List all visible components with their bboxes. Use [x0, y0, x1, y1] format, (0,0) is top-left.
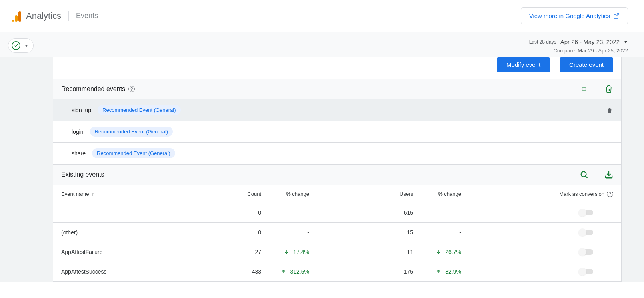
- view-more-button[interactable]: View more in Google Analytics: [521, 7, 628, 24]
- trash-icon[interactable]: [606, 107, 613, 114]
- col-count-change[interactable]: % change: [261, 191, 309, 197]
- cell-count-change: 312.5%: [261, 268, 309, 275]
- col-users-change[interactable]: % change: [413, 191, 461, 197]
- recommended-event-badge: Recommended Event (General): [92, 148, 175, 158]
- cell-event-name: AppAttestFailure: [61, 249, 213, 255]
- cell-mark: [461, 210, 613, 215]
- actions-bar: Modify event Create event: [53, 57, 622, 79]
- col-mark: Mark as conversion ?: [461, 191, 613, 197]
- arrow-down-icon: [436, 249, 441, 255]
- cell-count: 433: [213, 268, 261, 275]
- cell-users-change: 82.9%: [413, 268, 461, 275]
- top-header: Analytics Events View more in Google Ana…: [0, 0, 644, 32]
- recommended-row[interactable]: loginRecommended Event (General): [53, 121, 622, 143]
- status-filter-chip[interactable]: ▼: [8, 38, 34, 53]
- cell-users: 11: [309, 249, 413, 255]
- brand-title: Analytics: [26, 11, 61, 21]
- existing-title: Existing events: [61, 171, 104, 178]
- cell-event-name: AppAttestSuccess: [61, 268, 213, 275]
- recommended-section-header: Recommended events ?: [53, 79, 622, 99]
- recommended-event-badge: Recommended Event (General): [90, 127, 173, 137]
- recommended-event-name: share: [72, 150, 86, 157]
- cell-count: 0: [213, 209, 261, 216]
- help-icon[interactable]: ?: [128, 86, 135, 92]
- recommended-event-name: login: [72, 129, 84, 135]
- brand-block: Analytics Events: [12, 10, 98, 22]
- cell-users-change: -: [413, 229, 461, 236]
- svg-line-0: [616, 14, 619, 16]
- table-row[interactable]: (other)0-15-: [53, 223, 622, 242]
- arrow-up-icon: [281, 269, 286, 274]
- help-icon[interactable]: ?: [607, 191, 613, 197]
- cell-users-change: -: [413, 209, 461, 216]
- table-header: Event name ↑ Count % change Users % chan…: [53, 185, 622, 203]
- cell-count: 27: [213, 249, 261, 255]
- cell-count-change: -: [261, 229, 309, 236]
- recommended-event-badge: Recommended Event (General): [98, 105, 181, 115]
- cell-mark: [461, 249, 613, 255]
- cell-users: 175: [309, 268, 413, 275]
- col-event-name[interactable]: Event name ↑: [61, 191, 213, 197]
- view-more-label: View more in Google Analytics: [529, 12, 610, 19]
- svg-line-2: [586, 176, 587, 178]
- download-icon[interactable]: [604, 170, 613, 179]
- table-row[interactable]: 0-615-: [53, 203, 622, 223]
- conversion-toggle[interactable]: [579, 269, 593, 274]
- table-row[interactable]: AppAttestSuccess433312.5%17582.9%: [53, 262, 622, 282]
- cell-mark: [461, 230, 613, 235]
- col-users[interactable]: Users: [309, 191, 413, 197]
- sub-header: ▼ Last 28 days Apr 26 - May 23, 2022 ▼ C…: [0, 32, 644, 57]
- recommended-row[interactable]: shareRecommended Event (General): [53, 143, 622, 164]
- cell-users: 15: [309, 229, 413, 236]
- search-icon[interactable]: [580, 170, 588, 179]
- delete-all-icon[interactable]: [604, 85, 613, 93]
- check-circle-icon: [12, 41, 20, 50]
- chevron-down-icon: ▼: [624, 40, 628, 44]
- cell-users: 615: [309, 209, 413, 216]
- cell-event-name: (other): [61, 229, 213, 236]
- existing-section-header: Existing events: [53, 164, 622, 185]
- external-link-icon: [613, 13, 620, 19]
- date-prefix: Last 28 days: [529, 39, 556, 45]
- conversion-toggle[interactable]: [579, 249, 593, 255]
- analytics-logo-icon: [12, 10, 21, 22]
- divider: [68, 11, 69, 21]
- recommended-title: Recommended events: [61, 85, 125, 93]
- date-range: Apr 26 - May 23, 2022: [560, 38, 620, 45]
- cell-count: 0: [213, 229, 261, 236]
- sort-asc-icon: ↑: [91, 191, 94, 197]
- date-range-block[interactable]: Last 28 days Apr 26 - May 23, 2022 ▼ Com…: [529, 38, 628, 54]
- arrow-up-icon: [436, 269, 441, 274]
- col-count[interactable]: Count: [213, 191, 261, 197]
- conversion-toggle[interactable]: [579, 230, 593, 235]
- expand-collapse-icon[interactable]: [580, 85, 588, 93]
- svg-point-1: [581, 172, 586, 177]
- date-compare: Compare: Mar 29 - Apr 25, 2022: [529, 48, 628, 54]
- cell-count-change: -: [261, 209, 309, 216]
- conversion-toggle[interactable]: [579, 210, 593, 215]
- modify-event-button[interactable]: Modify event: [497, 57, 550, 72]
- cell-users-change: 26.7%: [413, 249, 461, 255]
- page-name: Events: [76, 12, 98, 20]
- arrow-down-icon: [284, 249, 289, 255]
- table-row[interactable]: AppAttestFailure2717.4%1126.7%: [53, 242, 622, 262]
- cell-count-change: 17.4%: [261, 249, 309, 255]
- recommended-event-name: sign_up: [72, 107, 91, 113]
- recommended-row[interactable]: sign_upRecommended Event (General): [53, 99, 622, 121]
- cell-mark: [461, 269, 613, 274]
- content-area: Modify event Create event Recommended ev…: [0, 57, 644, 282]
- chevron-down-icon: ▼: [24, 44, 28, 48]
- create-event-button[interactable]: Create event: [560, 57, 613, 72]
